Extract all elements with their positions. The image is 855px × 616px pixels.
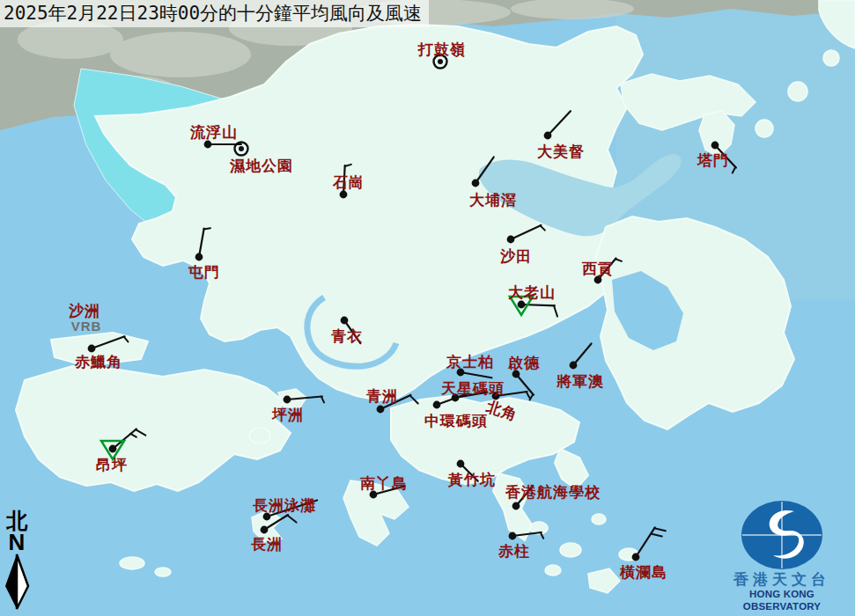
station-dot xyxy=(457,369,465,377)
station-dot xyxy=(204,141,212,149)
station-dot xyxy=(370,491,378,499)
station-dot xyxy=(492,392,500,400)
station-dot xyxy=(88,345,96,353)
compass-label-en: N xyxy=(2,532,32,553)
map-title: 2025年2月22日23時00分的十分鐘平均風向及風速 xyxy=(0,0,429,27)
station-dot xyxy=(341,317,349,325)
north-compass: 北 N xyxy=(2,510,32,614)
station-dot xyxy=(518,301,526,309)
station-dot xyxy=(632,554,640,561)
station-dot xyxy=(438,59,443,64)
station-dot xyxy=(195,253,203,261)
station-dot xyxy=(512,370,520,378)
station-dot xyxy=(433,401,441,409)
wind-feather-half xyxy=(204,228,210,229)
station-dot xyxy=(239,146,244,151)
station-dot xyxy=(544,132,552,140)
station-dot xyxy=(377,406,385,414)
wind-map: 打鼓嶺流浮山濕地公園石崗大美督塔門大埔滘沙田西貢屯門沙洲VRB大老山赤鱲角青衣京… xyxy=(0,0,855,616)
station-dot xyxy=(284,396,291,404)
station-dot xyxy=(509,532,517,540)
hko-logo-name-cn: 香港天文台 xyxy=(716,571,848,588)
station-dot xyxy=(263,513,271,521)
hko-logo-name-en: HONG KONG OBSERVATORY xyxy=(716,588,848,612)
hko-logo-icon xyxy=(740,499,824,571)
hko-logo: 香港天文台 HONG KONG OBSERVATORY xyxy=(716,499,848,612)
station-dot xyxy=(507,236,515,244)
station-dot xyxy=(570,362,578,370)
compass-needle-icon xyxy=(2,553,32,611)
station-dot xyxy=(594,276,602,284)
station-dot xyxy=(472,180,480,187)
station-dot xyxy=(457,460,465,468)
station-dot xyxy=(261,526,269,534)
station-dot xyxy=(512,502,520,510)
station-dot xyxy=(711,142,719,150)
station-dot xyxy=(109,445,117,453)
station-dot xyxy=(340,191,348,199)
